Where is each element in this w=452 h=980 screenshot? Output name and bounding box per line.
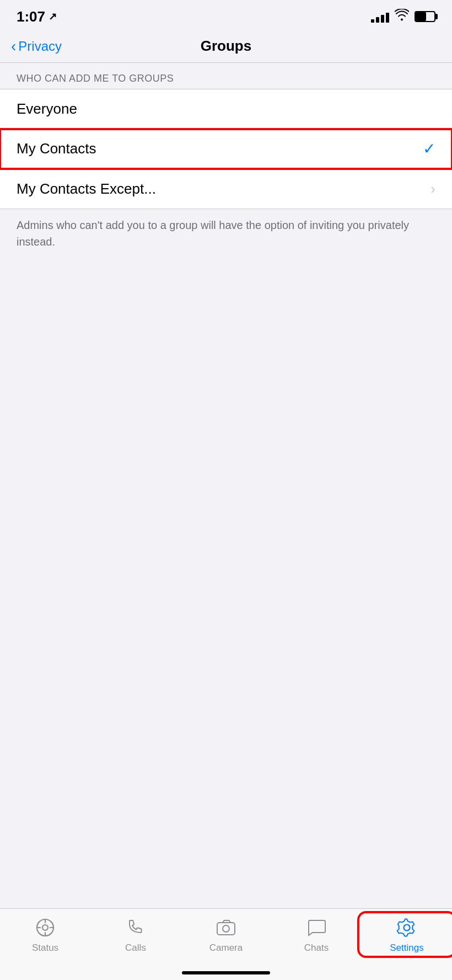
tab-label-settings: Settings <box>390 942 423 954</box>
svg-rect-6 <box>217 923 235 935</box>
svg-point-7 <box>223 925 229 932</box>
options-list: Everyone My Contacts ✓ My Contacts Excep… <box>0 89 452 209</box>
signal-bar-1 <box>371 19 374 23</box>
chats-icon <box>304 915 329 940</box>
camera-icon <box>214 915 238 940</box>
nav-bar: ‹ Privacy Groups <box>0 30 452 63</box>
list-item-my-contacts-except[interactable]: My Contacts Except... › <box>0 169 452 209</box>
calls-icon <box>123 915 148 940</box>
svg-point-8 <box>404 925 410 931</box>
location-icon: ↗ <box>49 10 57 23</box>
main-background <box>0 258 452 910</box>
tab-label-chats: Chats <box>304 942 329 954</box>
tab-bar: Status Calls Camera Chats <box>0 908 452 980</box>
section-header: WHO CAN ADD ME TO GROUPS <box>0 63 452 89</box>
status-bar: 1:07 ↗ <box>0 0 452 30</box>
back-button[interactable]: ‹ Privacy <box>11 39 62 54</box>
tab-label-calls: Calls <box>125 942 146 954</box>
footer-note: Admins who can't add you to a group will… <box>0 209 452 258</box>
battery-icon <box>415 11 435 22</box>
checkmark-icon: ✓ <box>423 140 435 158</box>
tab-item-calls[interactable]: Calls <box>90 915 181 954</box>
tab-item-settings[interactable]: Settings <box>362 915 452 954</box>
chevron-right-icon: › <box>431 180 435 198</box>
time-display: 1:07 <box>17 8 45 25</box>
settings-icon <box>395 915 419 940</box>
back-chevron-icon: ‹ <box>11 39 16 54</box>
item-label-my-contacts: My Contacts <box>17 140 96 157</box>
status-icon <box>33 915 57 940</box>
status-time: 1:07 ↗ <box>17 8 57 25</box>
status-icons <box>371 9 435 24</box>
tab-item-camera[interactable]: Camera <box>181 915 271 954</box>
battery-fill <box>416 12 426 21</box>
page-title: Groups <box>201 38 251 55</box>
home-indicator <box>182 971 270 974</box>
signal-bar-3 <box>381 15 384 23</box>
signal-bars <box>371 10 389 23</box>
tab-label-camera: Camera <box>209 942 243 954</box>
signal-bar-2 <box>376 17 379 23</box>
list-item-my-contacts[interactable]: My Contacts ✓ <box>0 129 452 169</box>
tab-item-status[interactable]: Status <box>0 915 90 954</box>
tab-label-status: Status <box>32 942 58 954</box>
item-label-my-contacts-except: My Contacts Except... <box>17 180 156 198</box>
wifi-icon <box>395 9 409 24</box>
svg-point-1 <box>42 925 48 930</box>
back-label: Privacy <box>18 39 62 54</box>
signal-bar-4 <box>386 13 389 23</box>
list-item-everyone[interactable]: Everyone <box>0 89 452 129</box>
item-label-everyone: Everyone <box>17 100 77 118</box>
tab-item-chats[interactable]: Chats <box>271 915 362 954</box>
